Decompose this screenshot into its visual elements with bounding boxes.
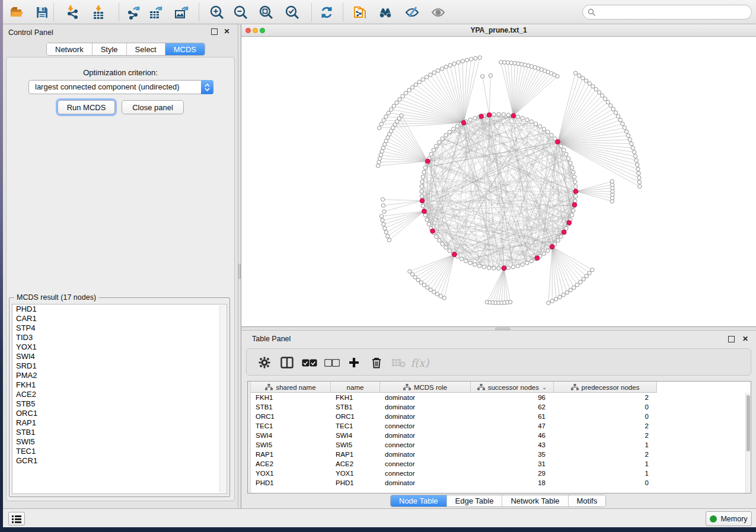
import-network-icon[interactable] (65, 4, 81, 20)
mcds-hub-node[interactable] (550, 245, 554, 249)
mcds-result-item[interactable]: TID3 (12, 333, 227, 342)
network-canvas[interactable] (241, 37, 756, 326)
mcds-result-item[interactable]: PMA2 (12, 371, 227, 380)
tab-edge-table[interactable]: Edge Table (447, 495, 503, 507)
mcds-hub-node[interactable] (420, 198, 425, 203)
mcds-result-item[interactable]: RAP1 (12, 418, 227, 428)
mcds-result-item[interactable]: ACE2 (12, 390, 227, 399)
export-table-icon[interactable] (148, 4, 164, 20)
show-all-icon[interactable] (430, 4, 446, 20)
show-panels-list-icon[interactable] (8, 512, 25, 525)
open-session-icon[interactable] (8, 4, 24, 20)
list-scrollbar[interactable] (219, 305, 226, 493)
mcds-hub-node[interactable] (567, 220, 572, 225)
mcds-result-item[interactable]: SRD1 (12, 361, 227, 371)
network-frame-titlebar[interactable]: YPA_prune.txt_1 (241, 24, 756, 37)
table-row[interactable]: ORC1ORC1dominator610 (251, 412, 745, 421)
run-mcds-button[interactable]: Run MCDS (58, 100, 115, 114)
close-panel-icon[interactable]: ✕ (223, 28, 231, 36)
import-table-icon[interactable] (90, 4, 106, 20)
mcds-result-item[interactable]: TEC1 (12, 447, 227, 456)
mcds-hub-node[interactable] (572, 203, 577, 207)
mcds-hub-node[interactable] (452, 252, 457, 257)
table-row[interactable]: PHD1PHD1dominator180 (251, 478, 745, 488)
refresh-icon[interactable] (318, 4, 334, 20)
float-panel-icon[interactable] (728, 336, 735, 342)
tab-select[interactable]: Select (127, 43, 165, 55)
mcds-result-item[interactable]: SWI5 (12, 437, 227, 447)
optimization-criterion-select[interactable]: largest connected component (undirected) (28, 80, 213, 94)
export-network-icon[interactable] (126, 4, 142, 20)
column-header-predecessor-nodes[interactable]: predecessor nodes (554, 382, 657, 393)
zoom-fit-icon[interactable] (258, 4, 274, 20)
mcds-result-item[interactable]: GCR1 (12, 456, 227, 466)
close-panel-button[interactable]: Close panel (122, 100, 184, 114)
network-graph[interactable] (241, 37, 756, 326)
splitter-grip[interactable] (495, 328, 511, 330)
tab-node-table[interactable]: Node Table (391, 495, 447, 507)
table-row[interactable]: RAP1RAP1dominator352 (251, 450, 745, 459)
float-panel-icon[interactable] (211, 28, 218, 35)
select-all-rows-icon[interactable] (301, 354, 318, 371)
mcds-result-item[interactable]: ORC1 (12, 409, 227, 418)
table-row[interactable]: FKH1FKH1dominator962 (251, 393, 745, 402)
mcds-result-item[interactable]: STP4 (12, 323, 227, 333)
mcds-hub-node[interactable] (556, 140, 560, 145)
search-input[interactable] (596, 8, 751, 17)
mcds-hub-node[interactable] (502, 266, 506, 271)
mcds-hub-node[interactable] (422, 209, 427, 214)
delete-column-icon[interactable] (368, 354, 385, 371)
mcds-hub-node[interactable] (479, 114, 484, 118)
table-row[interactable]: SWI4SWI4dominator462 (251, 431, 745, 440)
table-scrollbar[interactable] (745, 393, 751, 493)
mcds-result-item[interactable]: CAR1 (12, 314, 227, 323)
export-image-icon[interactable] (173, 4, 189, 20)
column-header-name[interactable]: name (331, 382, 380, 393)
tab-network-table[interactable]: Network Table (502, 495, 568, 507)
splitter-grip[interactable] (238, 264, 241, 279)
delete-table-icon[interactable] (390, 354, 407, 371)
clone-network-icon[interactable] (352, 4, 368, 20)
tab-network[interactable]: Network (47, 43, 92, 55)
mcds-hub-node[interactable] (430, 229, 435, 233)
mcds-result-item[interactable]: FKH1 (12, 380, 227, 390)
mcds-hub-node[interactable] (511, 113, 516, 118)
table-settings-gear-icon[interactable] (256, 354, 273, 371)
mcds-hub-node[interactable] (535, 256, 540, 261)
deselect-all-rows-icon[interactable] (324, 354, 340, 371)
tab-motifs[interactable]: Motifs (569, 495, 606, 507)
function-builder-icon[interactable]: f(x) (412, 354, 428, 371)
mcds-hub-node[interactable] (461, 120, 466, 125)
mcds-hub-node[interactable] (425, 159, 430, 164)
zoom-out-icon[interactable] (232, 4, 248, 20)
table-row[interactable]: SWI5SWI5connector431 (251, 440, 745, 450)
table-row[interactable]: ACE2ACE2connector311 (251, 459, 745, 469)
network-search-box[interactable] (582, 5, 752, 20)
mcds-result-item[interactable]: PHD1 (12, 305, 227, 314)
column-header-successor-nodes[interactable]: successor nodes⌄ (471, 382, 554, 393)
show-columns-icon[interactable] (279, 354, 295, 371)
tab-style[interactable]: Style (92, 43, 127, 55)
mcds-result-item[interactable]: STB5 (12, 399, 227, 409)
table-row[interactable]: YOX1YOX1connector291 (251, 469, 745, 478)
scrollbar-thumb[interactable] (747, 395, 750, 451)
hide-selected-icon[interactable] (404, 4, 420, 20)
column-header-shared-name[interactable]: shared name (251, 382, 331, 393)
mcds-result-item[interactable]: YOX1 (12, 342, 227, 352)
column-header-MCDS-role[interactable]: MCDS role (380, 382, 471, 393)
close-panel-icon[interactable]: ✕ (742, 336, 748, 342)
search-network-icon[interactable] (377, 4, 393, 20)
mcds-hub-node[interactable] (562, 230, 566, 235)
table-row[interactable]: STB1STB1dominator620 (251, 402, 745, 412)
tab-mcds[interactable]: MCDS (165, 43, 205, 55)
save-session-icon[interactable] (34, 4, 50, 20)
zoom-selected-icon[interactable] (284, 4, 300, 20)
zoom-in-icon[interactable] (209, 4, 225, 20)
horizontal-splitter[interactable] (241, 326, 756, 331)
mcds-result-item[interactable]: SWI4 (12, 352, 227, 361)
table-row[interactable]: TEC1TEC1connector472 (251, 421, 745, 431)
memory-button[interactable]: Memory (706, 511, 752, 526)
add-column-icon[interactable] (346, 354, 362, 371)
mcds-hub-node[interactable] (487, 113, 492, 117)
mcds-result-item[interactable]: STB1 (12, 428, 227, 437)
